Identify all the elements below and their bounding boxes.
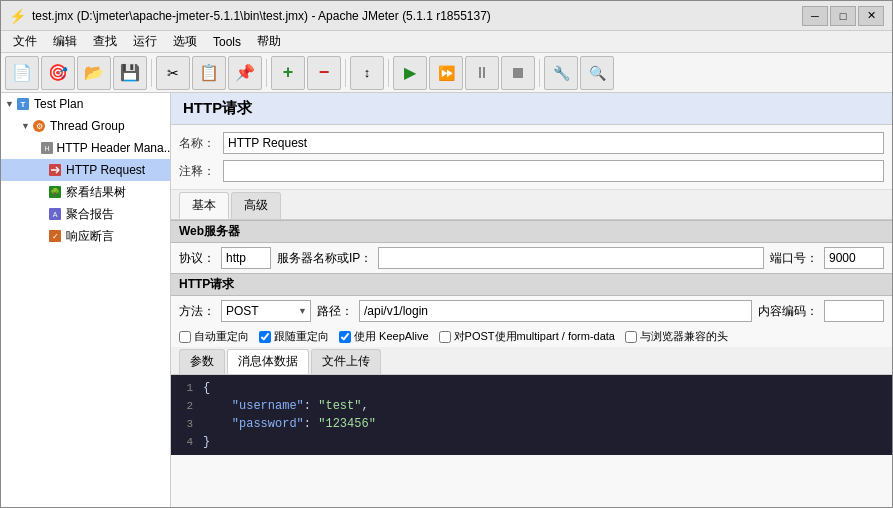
toolbar-separator-5 bbox=[539, 59, 540, 87]
comment-label: 注释： bbox=[179, 163, 219, 180]
cut-button[interactable]: ✂ bbox=[156, 56, 190, 90]
sidebar-viewresults-label: 察看结果树 bbox=[66, 184, 126, 201]
checkbox-follow-redirect[interactable]: 跟随重定向 bbox=[259, 329, 329, 344]
sidebar-httpheader-label: HTTP Header Mana... bbox=[57, 141, 171, 155]
code-line-1: 1 { bbox=[171, 379, 892, 397]
clear-button[interactable]: 🔧 bbox=[544, 56, 578, 90]
close-button[interactable]: ✕ bbox=[858, 6, 884, 26]
checkbox-auto-redirect[interactable]: 自动重定向 bbox=[179, 329, 249, 344]
title-controls: ─ □ ✕ bbox=[802, 6, 884, 26]
body-tab-file-upload[interactable]: 文件上传 bbox=[311, 349, 381, 374]
maximize-button[interactable]: □ bbox=[830, 6, 856, 26]
multipart-checkbox[interactable] bbox=[439, 331, 451, 343]
checkbox-keepalive[interactable]: 使用 KeepAlive bbox=[339, 329, 429, 344]
checkbox-multipart[interactable]: 对POST使用multipart / form-data bbox=[439, 329, 615, 344]
menu-run[interactable]: 运行 bbox=[125, 31, 165, 52]
line-num-3: 3 bbox=[171, 415, 199, 433]
keepalive-label: 使用 KeepAlive bbox=[354, 329, 429, 344]
server-name-input[interactable] bbox=[378, 247, 764, 269]
new-button[interactable]: 📄 bbox=[5, 56, 39, 90]
add-button[interactable]: + bbox=[271, 56, 305, 90]
menu-file[interactable]: 文件 bbox=[5, 31, 45, 52]
port-input[interactable] bbox=[824, 247, 884, 269]
sidebar-item-viewresults[interactable]: 🌳 察看结果树 bbox=[1, 181, 170, 203]
sidebar-item-aggregate[interactable]: A 聚合报告 bbox=[1, 203, 170, 225]
remove-button[interactable]: − bbox=[307, 56, 341, 90]
menu-find[interactable]: 查找 bbox=[85, 31, 125, 52]
path-input[interactable] bbox=[359, 300, 752, 322]
server-name-label: 服务器名称或IP： bbox=[277, 250, 372, 267]
sidebar-item-testplan[interactable]: ▼ T Test Plan bbox=[1, 93, 170, 115]
viewresults-icon: 🌳 bbox=[47, 184, 63, 200]
svg-text:⚙: ⚙ bbox=[36, 122, 43, 131]
follow-redirect-checkbox[interactable] bbox=[259, 331, 271, 343]
svg-text:T: T bbox=[21, 100, 26, 109]
auto-redirect-label: 自动重定向 bbox=[194, 329, 249, 344]
body-tab-body-data[interactable]: 消息体数据 bbox=[227, 349, 309, 374]
method-select[interactable]: GET POST PUT DELETE PATCH HEAD OPTIONS bbox=[221, 300, 311, 322]
sidebar-httprequest-label: HTTP Request bbox=[66, 163, 145, 177]
comment-input[interactable] bbox=[223, 160, 884, 182]
checkbox-browser-compat[interactable]: 与浏览器兼容的头 bbox=[625, 329, 728, 344]
minimize-button[interactable]: ─ bbox=[802, 6, 828, 26]
sidebar-item-assertion[interactable]: ✓ 响应断言 bbox=[1, 225, 170, 247]
start-button[interactable]: ▶ bbox=[393, 56, 427, 90]
menu-tools[interactable]: Tools bbox=[205, 33, 249, 51]
testplan-icon: T bbox=[15, 96, 31, 112]
encoding-input[interactable] bbox=[824, 300, 884, 322]
svg-text:✓: ✓ bbox=[52, 232, 59, 241]
multipart-label: 对POST使用multipart / form-data bbox=[454, 329, 615, 344]
name-row: 名称： bbox=[179, 129, 884, 157]
httprequest-icon bbox=[47, 162, 63, 178]
port-label: 端口号： bbox=[770, 250, 818, 267]
save-button[interactable]: 💾 bbox=[113, 56, 147, 90]
search-button[interactable]: 🔍 bbox=[580, 56, 614, 90]
body-tab-params[interactable]: 参数 bbox=[179, 349, 225, 374]
tab-bar: 基本 高级 bbox=[171, 190, 892, 220]
content-panel: HTTP请求 名称： 注释： 基本 高级 Web服务器 协议： 服务器名称或IP… bbox=[171, 93, 892, 508]
auto-redirect-checkbox[interactable] bbox=[179, 331, 191, 343]
templates-button[interactable]: 🎯 bbox=[41, 56, 75, 90]
code-line-2: 2 "username": "test", bbox=[171, 397, 892, 415]
browser-compat-checkbox[interactable] bbox=[625, 331, 637, 343]
open-button[interactable]: 📂 bbox=[77, 56, 111, 90]
paste-button[interactable]: 📌 bbox=[228, 56, 262, 90]
sidebar-assertion-label: 响应断言 bbox=[66, 228, 114, 245]
line-content-4: } bbox=[199, 433, 892, 451]
follow-redirect-label: 跟随重定向 bbox=[274, 329, 329, 344]
name-section: 名称： 注释： bbox=[171, 125, 892, 190]
menu-options[interactable]: 选项 bbox=[165, 31, 205, 52]
sidebar-item-threadgroup[interactable]: ▼ ⚙ Thread Group bbox=[1, 115, 170, 137]
menu-edit[interactable]: 编辑 bbox=[45, 31, 85, 52]
stop-button[interactable]: ⏸ bbox=[465, 56, 499, 90]
sidebar-item-httpheader[interactable]: H HTTP Header Mana... bbox=[1, 137, 170, 159]
line-content-2: "username": "test", bbox=[199, 397, 892, 415]
protocol-input[interactable] bbox=[221, 247, 271, 269]
title-bar-left: ⚡ test.jmx (D:\jmeter\apache-jmeter-5.1.… bbox=[9, 8, 491, 24]
copy-button[interactable]: 📋 bbox=[192, 56, 226, 90]
move-button[interactable]: ↕ bbox=[350, 56, 384, 90]
sidebar: ▼ T Test Plan ▼ ⚙ Thread Group bbox=[1, 93, 171, 508]
tree-arrow-httprequest bbox=[37, 165, 47, 175]
svg-text:🌳: 🌳 bbox=[50, 187, 60, 197]
main-layout: ▼ T Test Plan ▼ ⚙ Thread Group bbox=[1, 93, 892, 508]
menu-help[interactable]: 帮助 bbox=[249, 31, 289, 52]
name-input[interactable] bbox=[223, 132, 884, 154]
sidebar-item-httprequest[interactable]: HTTP Request bbox=[1, 159, 170, 181]
threadgroup-icon: ⚙ bbox=[31, 118, 47, 134]
window-title: test.jmx (D:\jmeter\apache-jmeter-5.1.1\… bbox=[32, 9, 491, 23]
tab-advanced[interactable]: 高级 bbox=[231, 192, 281, 219]
code-editor[interactable]: 1 { 2 "username": "test", 3 "password": … bbox=[171, 375, 892, 455]
toolbar: 📄 🎯 📂 💾 ✂ 📋 📌 + − ↕ ▶ ⏩ ⏸ ⏹ 🔧 🔍 bbox=[1, 53, 892, 93]
assertion-icon: ✓ bbox=[47, 228, 63, 244]
menu-bar: 文件 编辑 查找 运行 选项 Tools 帮助 bbox=[1, 31, 892, 53]
start-no-pause-button[interactable]: ⏩ bbox=[429, 56, 463, 90]
server-row: 协议： 服务器名称或IP： 端口号： bbox=[171, 243, 892, 273]
keepalive-checkbox[interactable] bbox=[339, 331, 351, 343]
shutdown-button[interactable]: ⏹ bbox=[501, 56, 535, 90]
toolbar-separator-2 bbox=[266, 59, 267, 87]
tab-basic[interactable]: 基本 bbox=[179, 192, 229, 219]
tree-arrow-threadgroup: ▼ bbox=[21, 121, 31, 131]
sidebar-aggregate-label: 聚合报告 bbox=[66, 206, 114, 223]
tree-arrow-assertion bbox=[37, 231, 47, 241]
